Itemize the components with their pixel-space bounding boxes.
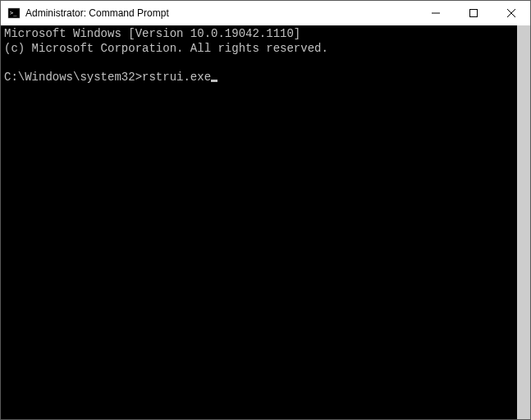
terminal-area: Microsoft Windows [Version 10.0.19042.11… — [1, 25, 530, 419]
copyright-line: (c) Microsoft Corporation. All rights re… — [4, 42, 328, 55]
close-button[interactable] — [492, 1, 530, 25]
maximize-button[interactable] — [455, 1, 492, 25]
minimize-button[interactable] — [417, 1, 455, 25]
window-title: Administrator: Command Prompt — [25, 7, 417, 19]
cursor — [211, 80, 217, 82]
vertical-scrollbar[interactable] — [517, 25, 530, 419]
window-controls — [417, 1, 530, 25]
command-prompt-window: >_ Administrator: Command Prompt Microso… — [0, 0, 531, 420]
svg-rect-3 — [470, 10, 478, 17]
scroll-thumb[interactable] — [517, 25, 530, 419]
titlebar[interactable]: >_ Administrator: Command Prompt — [1, 1, 530, 25]
terminal-output[interactable]: Microsoft Windows [Version 10.0.19042.11… — [1, 25, 517, 419]
prompt-text: C:\Windows\system32> — [4, 71, 142, 84]
version-line: Microsoft Windows [Version 10.0.19042.11… — [4, 27, 300, 40]
command-input: rstrui.exe — [142, 71, 211, 84]
svg-text:>_: >_ — [10, 10, 17, 16]
app-icon: >_ — [7, 7, 21, 20]
